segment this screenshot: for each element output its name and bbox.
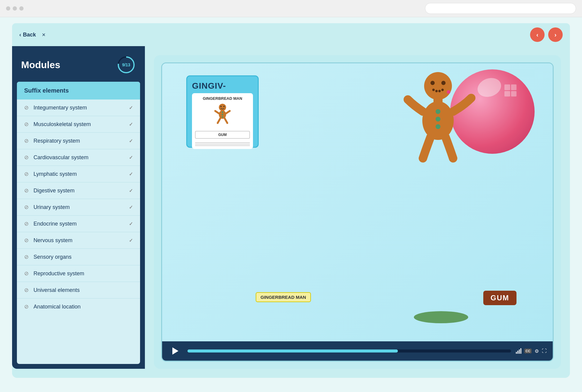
flashcard-inner: GINGERBREAD MAN — [192, 93, 253, 149]
module-item-digestive[interactable]: ⊘ Digestive system ✓ — [17, 182, 140, 199]
svg-point-17 — [435, 90, 438, 92]
svg-point-15 — [441, 81, 446, 85]
svg-point-22 — [436, 109, 440, 114]
module-label-4: Cardiovascular system — [34, 154, 129, 161]
main-container: ‹ Back × ‹ › Modules 9/13 Su — [0, 17, 582, 392]
link-icon-11: ⊘ — [24, 270, 29, 277]
browser-dot-1 — [6, 6, 10, 11]
module-label-11: Reproductive system — [34, 270, 133, 277]
progress-bar[interactable] — [187, 349, 511, 352]
module-label-1: Integumentary system — [34, 105, 129, 111]
settings-icon[interactable]: ⚙ — [535, 348, 539, 354]
check-icon-8: ✓ — [129, 221, 133, 227]
link-icon-1: ⊘ — [24, 104, 29, 111]
module-item-universal[interactable]: ⊘ Universal elements — [17, 282, 140, 299]
volume-icon[interactable] — [516, 348, 521, 354]
section-header: Suffix elements — [17, 82, 140, 100]
gingerbread-small-svg — [213, 103, 232, 127]
next-button[interactable]: › — [548, 27, 563, 42]
bubble-gum-shine — [475, 75, 504, 100]
svg-point-10 — [222, 112, 223, 113]
sidebar-title: Modules — [21, 59, 60, 71]
svg-point-4 — [223, 106, 225, 107]
control-icons: CC ⚙ ⛶ — [516, 348, 547, 354]
module-label-3: Respiratory system — [34, 138, 129, 144]
play-button[interactable] — [168, 345, 183, 357]
sidebar: Modules 9/13 Suffix elements ⊘ Integumen… — [12, 46, 145, 369]
svg-point-19 — [441, 89, 444, 91]
chevron-left-icon: ‹ — [19, 32, 21, 38]
svg-line-6 — [215, 111, 219, 113]
link-icon-5: ⊘ — [24, 171, 29, 177]
fullscreen-icon[interactable]: ⛶ — [542, 348, 547, 354]
check-icon-2: ✓ — [129, 122, 133, 127]
url-bar[interactable] — [425, 3, 576, 14]
flashcard-box: GINGIV- GINGERBREAD MAN — [186, 75, 259, 148]
module-label-6: Digestive system — [34, 188, 129, 194]
svg-point-13 — [424, 72, 452, 100]
back-label: Back — [23, 32, 36, 38]
gingerbread-main-svg — [399, 69, 477, 166]
module-item-cardiovascular[interactable]: ⊘ Cardiovascular system ✓ — [17, 149, 140, 166]
check-icon-9: ✓ — [129, 238, 133, 243]
link-icon-8: ⊘ — [24, 220, 29, 227]
svg-point-24 — [436, 124, 440, 129]
link-icon-6: ⊘ — [24, 187, 29, 194]
svg-point-2 — [219, 104, 226, 111]
video-area: GINGIV- GINGERBREAD MAN — [145, 46, 561, 369]
cc-button[interactable]: CC — [524, 349, 532, 353]
module-item-respiratory[interactable]: ⊘ Respiratory system ✓ — [17, 133, 140, 149]
illustration: GINGIV- GINGERBREAD MAN — [162, 63, 553, 341]
module-label-5: Lymphatic system — [34, 171, 129, 177]
svg-point-11 — [222, 114, 223, 115]
module-label-13: Anatomical location — [34, 304, 133, 310]
module-label-2: Musculoskeletal system — [34, 121, 129, 128]
flashcard-man-label: GINGERBREAD MAN — [195, 96, 250, 101]
svg-line-7 — [226, 111, 230, 113]
module-list-container: Suffix elements ⊘ Integumentary system ✓… — [17, 82, 140, 364]
flashcard-figure — [195, 103, 250, 127]
check-icon-4: ✓ — [129, 155, 133, 160]
check-icon-1: ✓ — [129, 105, 133, 111]
module-label-12: Universal elements — [34, 287, 133, 293]
browser-dot-3 — [19, 6, 24, 11]
video-content: GINGIV- GINGERBREAD MAN — [162, 63, 553, 341]
check-icon-5: ✓ — [129, 171, 133, 177]
module-item-musculoskeletal[interactable]: ⊘ Musculoskeletal system ✓ — [17, 116, 140, 133]
svg-point-3 — [220, 106, 222, 107]
module-item-integumentary[interactable]: ⊘ Integumentary system ✓ — [17, 100, 140, 116]
close-button[interactable]: × — [42, 31, 46, 38]
module-list: ⊘ Integumentary system ✓ ⊘ Musculoskelet… — [17, 100, 140, 315]
link-icon-2: ⊘ — [24, 121, 29, 128]
nav-bar: ‹ Back × ‹ › — [12, 23, 570, 46]
module-item-sensory[interactable]: ⊘ Sensory organs — [17, 249, 140, 265]
back-button[interactable]: ‹ Back — [19, 32, 36, 38]
module-label-10: Sensory organs — [34, 254, 133, 260]
module-item-lymphatic[interactable]: ⊘ Lymphatic system ✓ — [17, 166, 140, 182]
module-item-nervous[interactable]: ⊘ Nervous system ✓ — [17, 232, 140, 249]
link-icon-12: ⊘ — [24, 287, 29, 293]
grass-patch — [414, 311, 468, 323]
prev-button[interactable]: ‹ — [530, 27, 545, 42]
svg-line-9 — [225, 118, 227, 123]
module-item-reproductive[interactable]: ⊘ Reproductive system — [17, 265, 140, 282]
play-icon — [172, 347, 178, 355]
label-gingerbread-man: GINGERBREAD MAN — [256, 292, 311, 302]
sidebar-header: Modules 9/13 — [12, 46, 145, 82]
module-item-urinary[interactable]: ⊘ Urinary system ✓ — [17, 199, 140, 216]
svg-point-23 — [436, 117, 440, 122]
svg-point-16 — [432, 89, 435, 91]
nav-arrows: ‹ › — [530, 27, 563, 42]
link-icon-7: ⊘ — [24, 204, 29, 210]
progress-circle: 9/13 — [117, 55, 136, 74]
module-item-endocrine[interactable]: ⊘ Endocrine system ✓ — [17, 216, 140, 232]
flashcard-prefix: GINGIV- — [192, 81, 253, 91]
link-icon-3: ⊘ — [24, 138, 29, 144]
svg-point-12 — [222, 116, 223, 118]
link-icon-4: ⊘ — [24, 154, 29, 161]
module-item-anatomical[interactable]: ⊘ Anatomical location — [17, 299, 140, 315]
svg-point-18 — [438, 90, 441, 92]
label-gum: GUM — [483, 291, 516, 305]
check-icon-3: ✓ — [129, 138, 133, 144]
progress-bar-fill — [187, 349, 398, 352]
